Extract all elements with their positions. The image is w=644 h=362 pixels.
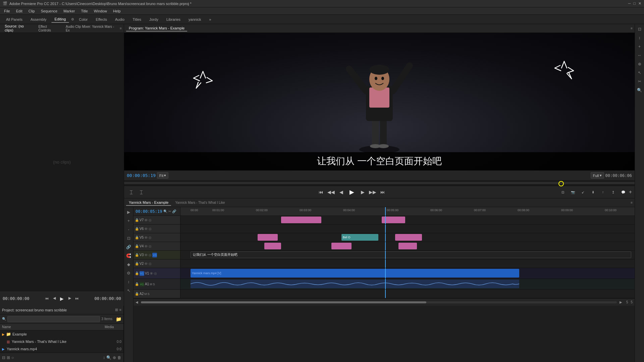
project-toolbar-automate[interactable]: ↕ <box>103 355 105 360</box>
editing-settings-icon[interactable]: ⚙ <box>71 17 74 21</box>
source-step-fwd[interactable]: ▶ <box>66 295 73 302</box>
source-go-out[interactable]: ⏭ <box>74 295 80 302</box>
track-v5-clip-2[interactable]: Bel O <box>341 234 378 241</box>
track-a1-content[interactable]: // Generate waveform bars inline <box>180 279 635 289</box>
full-dropdown[interactable]: Full ▾ <box>591 172 604 179</box>
tl-tool-sequence[interactable]: ▶ <box>125 208 132 216</box>
workspace-jordy[interactable]: Jordy <box>146 16 162 22</box>
track-a2-lock-icon[interactable]: 🔒 <box>135 292 139 296</box>
btn-safe-margins[interactable]: ⊡ <box>558 188 567 196</box>
source-play[interactable]: ▶ <box>58 295 66 302</box>
tl-select[interactable]: ↖ <box>125 287 132 294</box>
effects-btn-6[interactable]: ↖ <box>636 69 643 76</box>
program-panel-menu-icon[interactable]: ≡ <box>631 26 633 30</box>
btn-go-to-in[interactable]: ⏮ <box>317 188 325 196</box>
source-step-back[interactable]: ◀ <box>51 295 58 302</box>
list-item[interactable]: ▥ Yannick Mars - That's What I Like 0:0 <box>0 338 123 345</box>
workspace-editing[interactable]: Editing <box>51 16 69 23</box>
track-v2-content[interactable] <box>180 259 635 268</box>
tl-expand[interactable]: ↕ <box>125 278 132 286</box>
btn-insert[interactable]: ↙ <box>579 188 587 196</box>
workspace-effects[interactable]: Effects <box>93 16 110 22</box>
playhead-scrub-bar[interactable] <box>124 180 635 186</box>
btn-mark-out[interactable]: ⌶ <box>137 188 146 196</box>
workspace-libraries[interactable]: Libraries <box>163 16 184 22</box>
track-a2-content[interactable] <box>180 290 635 298</box>
btn-fwd-frame[interactable]: ▶ <box>358 188 367 196</box>
track-v6-content[interactable] <box>180 225 635 233</box>
project-toolbar-new-item[interactable]: ⊕ <box>113 355 116 360</box>
track-v1-sync-icon[interactable]: ◎ <box>154 272 157 275</box>
timeline-zoom-out[interactable]: 5 <box>631 300 633 304</box>
workspace-color[interactable]: Color <box>75 16 91 22</box>
btn-overwrite[interactable]: ⬇ <box>589 188 597 196</box>
track-v1-eye-icon[interactable]: 👁 <box>150 272 153 276</box>
track-v4-content[interactable] <box>180 242 635 250</box>
tl-settings[interactable]: ⚙ <box>125 269 132 277</box>
track-v5-clip-1[interactable] <box>258 234 278 241</box>
btn-step-back[interactable]: ◀◀ <box>327 188 335 196</box>
tab-program-monitor[interactable]: Program: Yannick Mars - Example <box>126 25 187 32</box>
btn-lift[interactable]: ↑ <box>599 188 607 196</box>
track-v7-content[interactable] <box>180 216 635 224</box>
source-panel-menu-icon[interactable]: ≡ <box>120 26 122 30</box>
effects-btn-3[interactable]: + <box>636 43 643 50</box>
maximize-button[interactable]: □ <box>633 1 636 6</box>
tl-zoom-in[interactable]: + <box>125 217 132 225</box>
track-v4-lock-icon[interactable]: 🔒 <box>135 244 139 248</box>
track-v5-eye-icon[interactable]: 👁 <box>144 236 148 240</box>
menu-sequence[interactable]: Sequence <box>38 8 60 14</box>
track-v7-sync-icon[interactable]: ◎ <box>149 218 152 222</box>
timeline-zoom-in[interactable]: 5 <box>626 300 628 304</box>
track-v7-clip-1[interactable] <box>281 217 321 223</box>
menu-window[interactable]: Window <box>91 8 110 14</box>
menu-help[interactable]: Help <box>110 8 123 14</box>
track-v6-sync-icon[interactable]: ◎ <box>149 227 152 231</box>
list-item[interactable]: ▶ Yannick mars.mp4 0:0 <box>0 345 123 353</box>
tab-audio-clip-mixer[interactable]: Audio Clip Mixer: Yannick Mars - Ex <box>63 24 118 33</box>
tab-source-no-clips[interactable]: Source: (no clips) <box>2 23 35 34</box>
track-v5-clip-3[interactable] <box>395 234 422 241</box>
track-v6-eye-icon[interactable]: 👁 <box>144 227 148 231</box>
project-toolbar-find[interactable]: 🔍 <box>106 355 111 360</box>
workspace-audio[interactable]: Audio <box>112 16 128 22</box>
track-v1-active-badge[interactable]: V1 <box>140 271 144 276</box>
track-v3-subtitle-clip[interactable]: 让我们从 一个空白页面开始吧 <box>191 251 631 258</box>
track-v1-main-clip[interactable]: Yannick mars.mp4 [V] <box>191 269 519 278</box>
timeline-menu-icon[interactable]: ≡ <box>631 201 633 204</box>
btn-export-frame[interactable]: 📷 <box>569 188 577 196</box>
track-v2-eye-icon[interactable]: 👁 <box>144 262 148 266</box>
project-toolbar-freeform[interactable]: ○ <box>11 355 14 360</box>
source-go-in[interactable]: ⏮ <box>44 295 50 302</box>
timeline-scrollbar-track[interactable] <box>141 301 617 303</box>
track-v4-clip-2[interactable] <box>331 243 352 249</box>
menu-clip[interactable]: Clip <box>26 8 38 14</box>
project-panel-list-icon[interactable]: ⊞ <box>115 308 118 312</box>
project-panel-menu-icon[interactable]: ≡ <box>119 308 121 312</box>
playhead-indicator[interactable] <box>558 181 564 186</box>
effects-btn-7[interactable]: ✂ <box>636 78 643 85</box>
btn-back-frame[interactable]: ◀ <box>337 188 345 196</box>
track-v4-sync-icon[interactable]: ◎ <box>149 244 152 248</box>
track-v1-content[interactable]: Yannick mars.mp4 [V] <box>180 268 635 279</box>
btn-add-transport[interactable]: + <box>629 189 632 195</box>
track-v4-eye-icon[interactable]: 👁 <box>144 244 148 248</box>
menu-marker[interactable]: Marker <box>61 8 77 14</box>
project-toolbar-list-view[interactable]: ⊟ <box>2 355 5 360</box>
tl-fit[interactable]: ⊡ <box>125 235 132 242</box>
track-v5-content[interactable]: Bel O <box>180 233 635 242</box>
workspace-titles[interactable]: Titles <box>129 16 145 22</box>
track-v3-sync-icon[interactable]: ◎ <box>149 253 152 257</box>
close-button[interactable]: ✕ <box>638 1 641 6</box>
track-v3-active-badge[interactable]: V3 <box>152 253 157 257</box>
workspace-all-panels[interactable]: All Panels <box>3 16 26 22</box>
menu-title[interactable]: Title <box>78 8 90 14</box>
track-v5-sync-icon[interactable]: ◎ <box>149 236 152 239</box>
tl-zoom-out[interactable]: - <box>125 226 132 233</box>
menu-edit[interactable]: Edit <box>13 8 25 14</box>
tl-link[interactable]: 🔗 <box>125 243 132 251</box>
fit-dropdown[interactable]: Fit ▾ <box>157 172 168 179</box>
track-a1-active-badge[interactable]: A1 <box>140 282 144 287</box>
track-v4-clip-1[interactable] <box>264 243 281 249</box>
effects-btn-1[interactable]: ⊡ <box>636 25 643 33</box>
